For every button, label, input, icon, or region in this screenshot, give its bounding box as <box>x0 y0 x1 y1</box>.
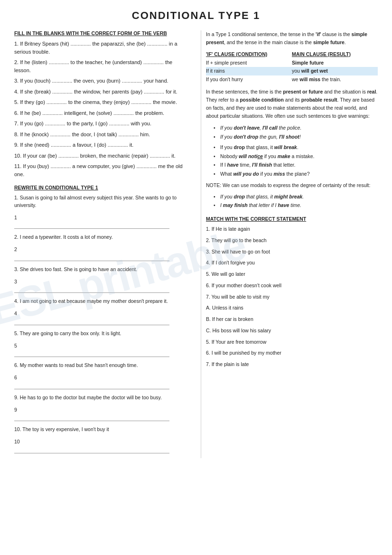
table-cell-col1: If it rains <box>206 67 292 75</box>
answer-line <box>14 286 169 293</box>
rewrite-item: 6. My mother wants to read but She hasn'… <box>14 362 187 369</box>
answer-line <box>14 319 169 325</box>
table-cell-col1: If + simple present <box>206 59 292 67</box>
modal-bullet-item: I may finish that letter if I have time. <box>214 202 378 209</box>
example-bullet-item: If I have time, I'll finish that letter. <box>214 161 378 169</box>
rewrite-number: 3 <box>14 279 17 284</box>
table-cell-col2: Simple future <box>292 59 378 67</box>
rewrite-item: 1 <box>14 214 187 229</box>
modal-bullet-item: If you drop that glass, it might break. <box>214 193 378 201</box>
rewrite-number: 6 <box>14 375 17 380</box>
table-data-row: If + simple presentSimple future <box>206 59 378 67</box>
example-bullet-item: If you drop that glass, it will break. <box>214 144 378 151</box>
fill-exercise-item: 7. If you (go) .............. to the par… <box>14 120 187 128</box>
intro-text: In a Type 1 conditional sentence, the te… <box>206 30 378 47</box>
answer-line <box>14 350 169 357</box>
explanation-text: In these sentences, the time is the pres… <box>206 88 378 120</box>
match-text: 4. If I don't forgive you <box>206 260 255 265</box>
rewrite-number: 1 <box>14 215 17 220</box>
rewrite-number: 5 <box>14 343 17 348</box>
rewrite-prompt: 2. I need a typewriter. It costs a lot o… <box>14 234 113 240</box>
rewrite-item: 9. He has to go to the doctor but maybe … <box>14 394 187 402</box>
modal-bullets: If you drop that glass, it might break.I… <box>206 193 378 210</box>
warning-bullet-item: If you don't drop the gun, I'll shoot! <box>214 133 378 141</box>
match-item: 5. We will go later <box>206 271 378 278</box>
match-answer: 6. I will be punished by my mother <box>206 349 378 357</box>
table-col2-header: MAIN CLAUSE (RESULT) <box>292 51 378 57</box>
table-cell-col1: If you don't hurry <box>206 75 292 84</box>
rewrite-prompt: 3. She drives too fast. She is going to … <box>14 266 137 272</box>
rewrite-number: 2 <box>14 246 17 252</box>
answer-line <box>14 383 169 389</box>
fill-exercise-item: 4. If she (break) .............. the win… <box>14 88 187 96</box>
match-section-title: MATCH WITH THE CORRECT STATEMENT <box>206 216 378 222</box>
rewrite-item: 10. The toy is very expensive, I won't b… <box>14 426 187 433</box>
rewrite-item: 2. I need a typewriter. It costs a lot o… <box>14 234 187 241</box>
fill-exercise-item: 5. If they (go) .............. to the ci… <box>14 98 187 106</box>
fill-exercise-item: 3. If you (touch) .............. the ove… <box>14 77 187 85</box>
rewrite-item: 9 <box>14 406 187 422</box>
match-answer: 7. If the plain is late <box>206 361 378 368</box>
rewrite-item: 4 <box>14 310 187 325</box>
match-text: 2. They will go to the beach <box>206 237 267 243</box>
example-bullet-item: Nobody will notice if you make a mistake… <box>214 153 378 160</box>
page-title: CONDITIONAL TYPE 1 <box>14 9 378 22</box>
match-item: 4. If I don't forgive you <box>206 259 378 267</box>
match-item: 3. She will have to go on foot <box>206 248 378 256</box>
rewrite-section-title: REWRITE IN CONDITIONAL TYPE 1 <box>14 185 187 190</box>
rewrite-prompt: 1. Susan is going to fail almost every s… <box>14 195 177 208</box>
rewrite-item: 3 <box>14 278 187 293</box>
match-item: 1. If He is late again <box>206 226 378 233</box>
example-bullets: If you drop that glass, it will break.No… <box>206 144 378 178</box>
table-cell-col2: you will get wet <box>292 67 378 75</box>
rewrite-item: 1. Susan is going to fail almost every s… <box>14 194 187 209</box>
fill-exercise-item: 8. If he (knock) .............. the door… <box>14 131 187 139</box>
fill-exercise-item: 2. If he (listen) .............. to the … <box>14 58 187 74</box>
rewrite-number: 4 <box>14 310 17 316</box>
match-text: 7. You will be able to visit my <box>206 294 270 300</box>
right-column: In a Type 1 conditional sentence, the te… <box>201 30 378 458</box>
table-data-row: If you don't hurrywe will miss the train… <box>206 75 378 84</box>
match-text: 1. If He is late again <box>206 226 250 232</box>
fill-exercise-item: 6. If he (be) .............. intelligent… <box>14 109 187 117</box>
rewrite-item: 2 <box>14 246 187 261</box>
match-answer: B. If her car is broken <box>206 316 378 323</box>
rewrite-items: 1. Susan is going to fail almost every s… <box>14 194 187 453</box>
rewrite-item: 3. She drives too fast. She is going to … <box>14 266 187 273</box>
rewrite-item: 6 <box>14 374 187 389</box>
left-column: FILL IN THE BLANKS WITH THE CORRECT FORM… <box>14 30 191 458</box>
rewrite-prompt: 6. My mother wants to read but She hasn'… <box>14 362 138 368</box>
rewrite-prompt: 4. I am not going to eat because maybe m… <box>14 298 168 304</box>
match-item: 6. If your mother doesn't cook well <box>206 282 378 290</box>
note-text: NOTE: We can use modals to express the d… <box>206 182 378 189</box>
rewrite-item: 5. They are going to carry the box only.… <box>14 330 187 338</box>
warning-bullets: If you don't leave, I'll call the police… <box>206 124 378 141</box>
match-text: 5. We will go later <box>206 271 245 277</box>
match-text: 6. If your mother doesn't cook well <box>206 282 281 288</box>
rewrite-number: 9 <box>14 407 17 413</box>
table-header: 'IF' CLAUSE (CONDITION) MAIN CLAUSE (RES… <box>206 51 378 57</box>
example-bullet-item: What will you do if you miss the plane? <box>214 170 378 178</box>
table-data-row: If it rainsyou will get wet <box>206 67 378 75</box>
match-items: 1. If He is late again2. They will go to… <box>206 226 378 301</box>
answer-line <box>14 414 169 421</box>
match-item: 2. They will go to the beach <box>206 237 378 245</box>
match-answer: A. Unless it rains <box>206 304 378 312</box>
match-answer: C. His boss will low his salary <box>206 327 378 335</box>
answer-line <box>14 254 169 261</box>
match-text: 3. She will have to go on foot <box>206 249 270 254</box>
rewrite-item: 4. I am not going to eat because maybe m… <box>14 298 187 305</box>
rewrite-prompt: 10. The toy is very expensive, I won't b… <box>14 426 109 432</box>
table-col1-header: 'IF' CLAUSE (CONDITION) <box>206 51 292 57</box>
answer-line <box>14 447 169 453</box>
rewrite-item: 10 <box>14 438 187 453</box>
rewrite-number: 10 <box>14 439 20 444</box>
rewrite-item: 5 <box>14 342 187 357</box>
warning-bullet-item: If you don't leave, I'll call the police… <box>214 124 378 132</box>
fill-exercise-item: 10. If your car (be) .............. brok… <box>14 152 187 160</box>
match-item: 7. You will be able to visit my <box>206 293 378 301</box>
table-rows: If + simple presentSimple futureIf it ra… <box>206 59 378 85</box>
match-answers: A. Unless it rainsB. If her car is broke… <box>206 304 378 368</box>
fill-exercise-item: 1. If Britney Spears (hit) .............… <box>14 40 187 56</box>
rewrite-prompt: 5. They are going to carry the box only.… <box>14 330 121 336</box>
